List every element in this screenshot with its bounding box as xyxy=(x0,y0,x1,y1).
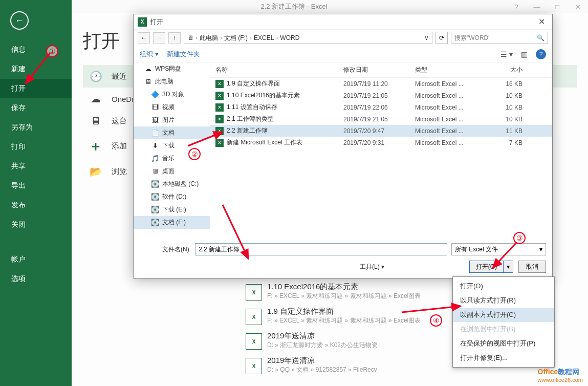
pc-icon: 🖥 xyxy=(187,34,193,41)
folder-icon: 📂 xyxy=(87,165,104,178)
menu-在浏览器中打开(B): 在浏览器中打开(B) xyxy=(453,322,554,336)
dialog-help-button[interactable]: ? xyxy=(536,49,546,59)
nav-打印[interactable]: 打印 xyxy=(0,137,72,157)
excel-file-icon: X xyxy=(246,284,262,301)
annotation-1: ① xyxy=(46,45,58,57)
plus-icon: ＋ xyxy=(87,137,104,155)
tree-icon: 💽 xyxy=(151,206,159,213)
tree-icon: 🖼 xyxy=(151,116,159,124)
help-icon[interactable]: ? xyxy=(506,0,527,13)
titlebar: 2.2 新建工作簿 - Excel ? — □ ✕ xyxy=(0,0,588,13)
tree-本地磁盘 (C:)[interactable]: 💽本地磁盘 (C:) xyxy=(134,178,210,190)
breadcrumb-item[interactable]: EXCEL xyxy=(254,34,274,41)
excel-icon: X xyxy=(138,17,147,27)
nav-forward-button[interactable]: → xyxy=(153,32,165,44)
file-row[interactable]: X2.2 新建工作簿2019/7/20 9:47Microsoft Excel … xyxy=(210,125,552,137)
menu-以只读方式打开(R)[interactable]: 以只读方式打开(R) xyxy=(453,293,554,308)
filename-input[interactable] xyxy=(195,243,447,255)
organize-button[interactable]: 组织 ▾ xyxy=(140,50,159,59)
tree-icon: 🎵 xyxy=(151,155,159,162)
open-mode-menu: 打开(O)以只读方式打开(R)以副本方式打开(C)在浏览器中打开(B)在受保护的… xyxy=(452,276,555,368)
tree-3D 对象[interactable]: 🔷3D 对象 xyxy=(134,88,210,101)
tree-图片[interactable]: 🖼图片 xyxy=(134,114,210,126)
tree-文档[interactable]: 📄文档 xyxy=(134,126,210,139)
excel-file-icon: X xyxy=(215,103,224,112)
nav-新建[interactable]: 新建 xyxy=(0,59,72,79)
menu-打开(O)[interactable]: 打开(O) xyxy=(453,279,554,293)
menu-打开并修复(E)...[interactable]: 打开并修复(E)... xyxy=(453,351,554,365)
excel-file-icon: X xyxy=(215,127,224,135)
excel-file-icon: X xyxy=(215,115,224,123)
nav-发布[interactable]: 发布 xyxy=(0,196,72,215)
open-dropdown-arrow[interactable]: ▾ xyxy=(504,263,513,270)
file-row[interactable]: X1.9 自定义操作界面2019/7/19 11:20Microsoft Exc… xyxy=(210,78,552,90)
excel-file-icon: X xyxy=(246,333,262,350)
dialog-close-button[interactable]: ✕ xyxy=(535,17,548,27)
cancel-button[interactable]: 取消 xyxy=(518,261,546,273)
dialog-title: 打开 xyxy=(150,17,535,27)
nav-选项[interactable]: 选项 xyxy=(0,269,72,289)
tree-软件 (D:)[interactable]: 💽软件 (D:) xyxy=(134,190,210,203)
nav-帐户[interactable]: 帐户 xyxy=(0,250,72,269)
tools-button[interactable]: 工具(L) ▾ xyxy=(360,263,384,271)
open-split-button[interactable]: 打开(O) ▾ xyxy=(469,261,513,273)
tree-桌面[interactable]: 🖥桌面 xyxy=(134,165,210,178)
tree-icon: 💽 xyxy=(151,193,159,201)
annotation-2: ② xyxy=(188,148,201,160)
breadcrumb[interactable]: 🖥›此电脑›文档 (F:)›EXCEL›WORD∨ xyxy=(184,32,432,44)
excel-file-icon: X xyxy=(246,358,262,374)
excel-file-icon: X xyxy=(215,80,224,88)
nav-另存为[interactable]: 另存为 xyxy=(0,118,72,137)
maximize-icon[interactable]: □ xyxy=(547,0,568,13)
view-list-icon[interactable]: ☰ ▾ xyxy=(500,50,513,58)
window-controls: ? — □ ✕ xyxy=(506,0,588,13)
breadcrumb-item[interactable]: 此电脑 xyxy=(200,34,218,42)
tree-WPS网盘[interactable]: ☁WPS网盘 xyxy=(134,62,210,75)
nav-关闭[interactable]: 关闭 xyxy=(0,215,72,234)
breadcrumb-item[interactable]: 文档 (F:) xyxy=(224,34,248,42)
filetype-select[interactable]: 所有 Excel 文件▾ xyxy=(451,243,546,255)
excel-file-icon: X xyxy=(246,309,262,325)
annotation-4: ④ xyxy=(430,314,442,327)
nav-导出[interactable]: 导出 xyxy=(0,176,72,196)
tree-icon: 📄 xyxy=(151,129,159,137)
tree-此电脑[interactable]: 🖥此电脑 xyxy=(134,75,210,88)
nav-保存[interactable]: 保存 xyxy=(0,98,72,118)
back-button[interactable]: ← xyxy=(10,11,29,30)
nav-up-button[interactable]: ↑ xyxy=(168,32,181,44)
filename-label: 文件名(N): xyxy=(140,245,191,254)
breadcrumb-item[interactable]: WORD xyxy=(280,34,299,41)
search-input[interactable]: 搜索"WORD" 🔍 xyxy=(451,32,548,44)
pc-icon: 🖥 xyxy=(87,115,104,127)
tree-icon: 🎞 xyxy=(151,103,159,111)
preview-pane-icon[interactable]: ▥ xyxy=(521,50,528,58)
nav-信息[interactable]: 信息 xyxy=(0,40,72,59)
clock-icon: 🕐 xyxy=(87,70,104,82)
file-row[interactable]: X1.10 Excel2016的基本元素2019/7/19 21:05Micro… xyxy=(210,90,552,101)
tree-下载 (E:)[interactable]: 💽下载 (E:) xyxy=(134,203,210,216)
file-list: X1.9 自定义操作界面2019/7/19 11:20Microsoft Exc… xyxy=(210,78,552,148)
excel-file-icon: X xyxy=(215,92,224,100)
file-row[interactable]: X2.1 工作簿的类型2019/7/19 21:05Microsoft Exce… xyxy=(210,113,552,125)
refresh-button[interactable]: ⟳ xyxy=(435,32,448,44)
nav-共享[interactable]: 共享 xyxy=(0,157,72,176)
file-row[interactable]: X1.11 设置自动保存2019/7/19 22:06Microsoft Exc… xyxy=(210,101,552,113)
tree-icon: 🔷 xyxy=(151,91,159,98)
file-row[interactable]: X新建 Microsoft Excel 工作表2019/7/20 9:31Mic… xyxy=(210,137,552,148)
tree-文档 (F:)[interactable]: 💽文档 (F:) xyxy=(134,216,210,229)
file-list-header: 名称 修改日期 类型 大小 xyxy=(210,62,552,78)
breadcrumb-dropdown[interactable]: ∨ xyxy=(424,34,429,41)
nav-back-button[interactable]: ← xyxy=(138,32,150,44)
search-icon: 🔍 xyxy=(537,34,545,41)
close-icon[interactable]: ✕ xyxy=(568,0,588,13)
tree-icon: 💽 xyxy=(151,219,159,226)
newfolder-button[interactable]: 新建文件夹 xyxy=(167,50,200,59)
nav-打开[interactable]: 打开 xyxy=(0,79,72,98)
tree-icon: 🖥 xyxy=(144,78,152,85)
menu-以副本方式打开(C)[interactable]: 以副本方式打开(C) xyxy=(453,308,554,322)
app-title: 2.2 新建工作簿 - Excel xyxy=(260,2,327,11)
minimize-icon[interactable]: — xyxy=(527,0,547,13)
menu-在受保护的视图中打开(P)[interactable]: 在受保护的视图中打开(P) xyxy=(453,336,554,351)
tree-视频[interactable]: 🎞视频 xyxy=(134,101,210,114)
chevron-down-icon: ▾ xyxy=(539,246,542,253)
